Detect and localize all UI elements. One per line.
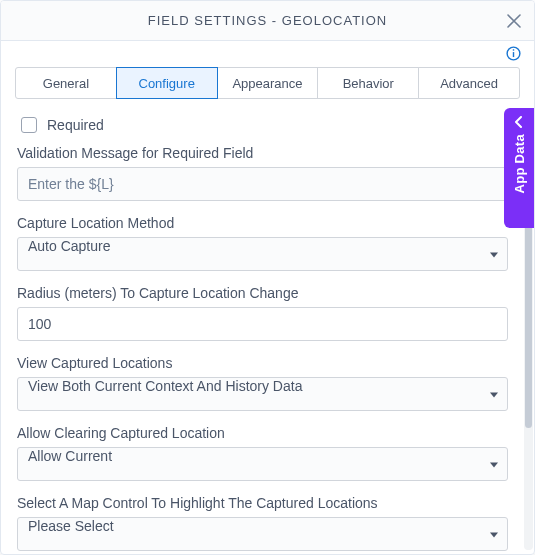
view-captured-select[interactable]: View Both Current Context And History Da…: [17, 377, 508, 411]
dialog-body: Required Validation Message for Required…: [1, 99, 534, 554]
map-control-row: Select A Map Control To Highlight The Ca…: [17, 495, 508, 551]
map-control-select-wrap: Please Select: [17, 517, 508, 551]
tabs: General Configure Appearance Behavior Ad…: [1, 67, 534, 99]
close-button[interactable]: [502, 9, 526, 33]
info-icon[interactable]: [505, 45, 522, 65]
allow-clearing-select[interactable]: Allow Current: [17, 447, 508, 481]
map-control-select[interactable]: Please Select: [17, 517, 508, 551]
tab-general[interactable]: General: [15, 67, 117, 99]
capture-method-select-wrap: Auto Capture: [17, 237, 508, 271]
allow-clearing-select-wrap: Allow Current: [17, 447, 508, 481]
view-captured-select-wrap: View Both Current Context And History Da…: [17, 377, 508, 411]
tab-label: Configure: [139, 76, 195, 91]
radius-label: Radius (meters) To Capture Location Chan…: [17, 285, 508, 301]
chevron-left-icon: [513, 116, 525, 128]
dialog-title: FIELD SETTINGS - GEOLOCATION: [148, 13, 387, 28]
required-row: Required: [17, 117, 508, 133]
tab-appearance[interactable]: Appearance: [217, 67, 319, 99]
close-icon: [507, 14, 521, 28]
view-captured-row: View Captured Locations View Both Curren…: [17, 355, 508, 411]
form-scroll-area: Required Validation Message for Required…: [17, 117, 518, 554]
view-captured-label: View Captured Locations: [17, 355, 508, 371]
app-data-side-tab[interactable]: App Data: [504, 108, 534, 228]
required-label: Required: [47, 117, 104, 133]
radius-input[interactable]: [17, 307, 508, 341]
side-tab-label: App Data: [512, 134, 527, 193]
field-settings-dialog: FIELD SETTINGS - GEOLOCATION General Con…: [0, 0, 535, 555]
tab-label: Appearance: [232, 76, 302, 91]
capture-method-select[interactable]: Auto Capture: [17, 237, 508, 271]
allow-clearing-row: Allow Clearing Captured Location Allow C…: [17, 425, 508, 481]
tab-configure[interactable]: Configure: [116, 67, 218, 99]
info-row: [1, 41, 534, 65]
svg-rect-1: [513, 52, 514, 57]
validation-message-label: Validation Message for Required Field: [17, 145, 508, 161]
select-value: Allow Current: [28, 448, 112, 464]
tab-label: Advanced: [440, 76, 498, 91]
tab-label: General: [43, 76, 89, 91]
required-checkbox[interactable]: [21, 117, 37, 133]
tab-label: Behavior: [343, 76, 394, 91]
capture-method-row: Capture Location Method Auto Capture: [17, 215, 508, 271]
radius-row: Radius (meters) To Capture Location Chan…: [17, 285, 508, 341]
allow-clearing-label: Allow Clearing Captured Location: [17, 425, 508, 441]
capture-method-label: Capture Location Method: [17, 215, 508, 231]
select-value: Please Select: [28, 518, 114, 534]
validation-message-input[interactable]: [17, 167, 508, 201]
map-control-label: Select A Map Control To Highlight The Ca…: [17, 495, 508, 511]
validation-message-row: Validation Message for Required Field: [17, 145, 508, 201]
tab-behavior[interactable]: Behavior: [317, 67, 419, 99]
select-value: View Both Current Context And History Da…: [28, 378, 302, 394]
select-value: Auto Capture: [28, 238, 111, 254]
svg-rect-2: [513, 49, 514, 50]
dialog-header: FIELD SETTINGS - GEOLOCATION: [1, 1, 534, 41]
tab-advanced[interactable]: Advanced: [418, 67, 520, 99]
